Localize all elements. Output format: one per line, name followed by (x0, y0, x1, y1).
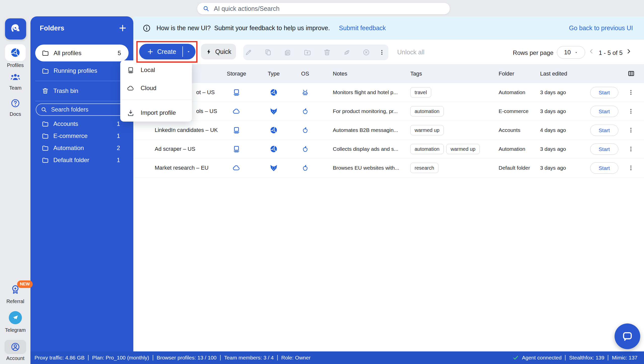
start-button[interactable]: Start (590, 106, 618, 117)
search-folders-input[interactable] (51, 106, 127, 113)
docs-icon[interactable] (10, 98, 20, 108)
move-to-folder-icon[interactable] (304, 49, 311, 56)
start-button[interactable]: Start (590, 87, 618, 98)
check-icon (512, 354, 519, 361)
folder-label: Accounts (53, 120, 78, 127)
profile-notes: For product monitoring, pr... (333, 108, 398, 114)
laptop-icon (127, 66, 134, 74)
browser-type-icon (270, 88, 278, 97)
profile-folder: Automation (499, 146, 525, 152)
sidebar-item-account[interactable] (5, 340, 26, 354)
status-team-members: Team members: 3 / 4 (224, 355, 274, 361)
profiles-icon (10, 47, 21, 58)
row-menu-icon[interactable] (628, 165, 634, 171)
support-chat-button[interactable] (615, 323, 640, 349)
folder-item-trash-bin[interactable]: Trash bin (35, 84, 129, 98)
banner-message: Submit your feedback to help us improve. (214, 24, 330, 32)
more-actions-icon[interactable] (379, 49, 385, 56)
launch-icon[interactable] (343, 49, 350, 56)
sidebar-label-team: Team (0, 85, 31, 91)
app-logo[interactable] (5, 18, 26, 40)
cloud-icon (127, 85, 134, 92)
menu-item-cloud[interactable]: Cloud (120, 82, 192, 94)
menu-item-local[interactable]: Local (120, 64, 192, 76)
search-input[interactable] (213, 5, 444, 13)
profile-last-edited: 3 days ago (540, 146, 566, 152)
folder-item-ecommerce[interactable]: E-commerce 1 (35, 130, 129, 142)
status-right: Agent connected Stealthfox: 139 Mimic: 1… (512, 354, 637, 361)
table-row[interactable]: Market research – EU Browses EU websites… (133, 159, 644, 177)
team-icon[interactable] (10, 72, 21, 83)
table-row[interactable]: ot – US Monitors flight and hotel p... t… (133, 83, 644, 102)
sidebar-label-account: Account (0, 355, 31, 361)
folder-item-all-profiles[interactable]: All profiles 5 (35, 45, 129, 61)
folder-icon (42, 49, 49, 57)
status-plan: Plan: Pro_100 (monthly) (92, 355, 149, 361)
folder-count: 1 (117, 121, 120, 127)
profile-last-edited: 3 days ago (540, 108, 566, 114)
tag-chip: warmed up (410, 125, 444, 135)
profile-tags: automation warmed up (410, 144, 480, 154)
start-button[interactable]: Start (590, 125, 618, 136)
quick-button[interactable]: Quick (201, 44, 236, 59)
submit-feedback-link[interactable]: Submit feedback (339, 24, 386, 32)
divider (88, 355, 89, 360)
column-last-edited: Last edited (540, 70, 567, 77)
row-menu-icon[interactable] (628, 108, 634, 115)
row-menu-icon[interactable] (628, 127, 634, 133)
menu-item-import-profile[interactable]: Import profile (120, 107, 192, 119)
stop-icon[interactable] (363, 49, 370, 56)
profile-notes: Automates B2B messagin... (333, 127, 398, 133)
profile-notes: Monitors flight and hotel p... (333, 89, 398, 95)
folder-item-accounts[interactable]: Accounts 1 (35, 118, 129, 130)
profile-name: Ad scraper – US (155, 146, 195, 152)
tag-chip: research (410, 163, 438, 173)
folder-count: 1 (117, 133, 120, 139)
delete-icon[interactable] (323, 49, 331, 56)
search-icon (203, 5, 209, 12)
start-button[interactable]: Start (590, 143, 618, 155)
folder-item-running-profiles[interactable]: Running profiles (35, 64, 129, 78)
divider (565, 355, 566, 360)
rows-per-page-select[interactable]: 10 (557, 46, 585, 59)
menu-item-label: Import profile (141, 109, 176, 116)
folder-icon (42, 132, 49, 139)
folder-item-automation[interactable]: Automation 2 (35, 142, 129, 154)
table-row[interactable]: ols – US For product monitoring, pr... a… (133, 102, 644, 121)
bolt-icon (206, 49, 212, 55)
sidebar-item-telegram[interactable] (9, 311, 22, 324)
os-icon (301, 107, 309, 115)
next-page-button[interactable] (625, 48, 632, 55)
table-row[interactable]: Ad scraper – US Collects display ads and… (133, 140, 644, 159)
edit-icon[interactable] (245, 49, 252, 56)
table-row[interactable]: LinkedIn candidates – UK Automates B2B m… (133, 121, 644, 140)
info-icon (142, 24, 151, 32)
global-search[interactable] (197, 3, 450, 14)
start-button[interactable]: Start (590, 162, 618, 174)
search-folders-field[interactable] (36, 103, 127, 116)
folder-icon (42, 157, 49, 164)
unlock-all-button[interactable]: Unlock all (397, 49, 424, 56)
browser-type-icon (270, 164, 278, 172)
prev-page-button[interactable] (588, 48, 595, 55)
column-settings-icon[interactable] (627, 70, 635, 77)
folder-count: 1 (117, 157, 120, 164)
folder-label: All profiles (54, 50, 82, 57)
profile-name: ot – US (196, 89, 215, 96)
back-to-previous-ui-link[interactable]: Go back to previous UI (569, 24, 633, 32)
row-menu-icon[interactable] (628, 146, 634, 152)
sidebar-label-docs: Docs (0, 111, 31, 117)
duplicate-icon[interactable] (264, 49, 272, 56)
folder-item-default-folder[interactable]: Default folder 1 (35, 154, 129, 166)
tag-chip: warmed up (446, 144, 480, 154)
add-folder-icon[interactable] (118, 24, 127, 32)
storage-icon (233, 107, 240, 115)
column-notes: Notes (333, 70, 347, 77)
create-dropdown-menu: Local Cloud Import profile (120, 60, 192, 122)
column-tags: Tags (410, 70, 422, 77)
status-browser-profiles: Browser profiles: 13 / 100 (157, 355, 217, 361)
row-menu-icon[interactable] (628, 89, 634, 96)
sidebar-item-profiles[interactable] (5, 44, 26, 61)
clone-profile-icon[interactable] (284, 49, 292, 56)
feedback-banner: How is the new UI? Submit your feedback … (133, 16, 644, 40)
